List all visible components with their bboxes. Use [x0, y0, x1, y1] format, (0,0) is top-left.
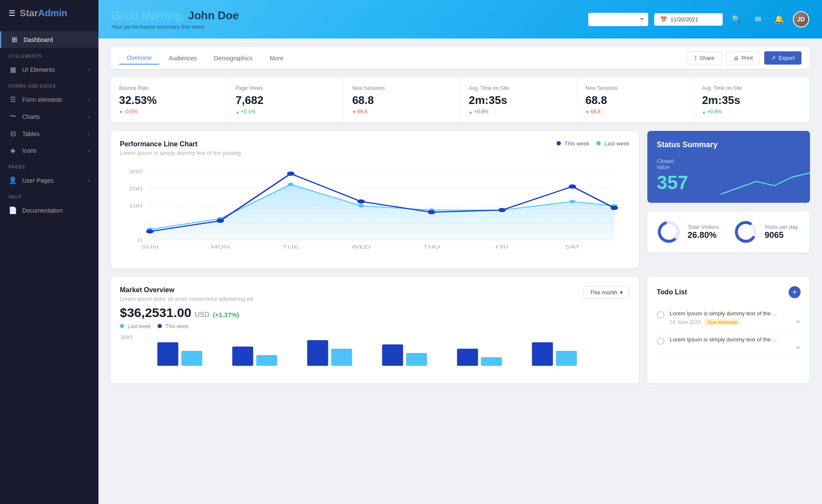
todo-checkbox[interactable]: [657, 337, 664, 345]
svg-rect-41: [232, 347, 253, 366]
svg-point-19: [217, 219, 224, 223]
svg-point-18: [146, 229, 154, 234]
flag-icon[interactable]: ⚑: [795, 345, 801, 351]
arrow-icon: ›: [88, 131, 90, 136]
sidebar-item-ui-elements[interactable]: ▦ UI Elements ›: [0, 61, 98, 78]
arrow-icon: ›: [88, 67, 90, 72]
flag-icon[interactable]: ⚑: [795, 319, 801, 326]
chart-title: Performance Line Chart: [120, 140, 241, 148]
period-dropdown[interactable]: This week This month: [588, 13, 648, 26]
charts-row: Performance Line Chart Lorem Ipsum is si…: [110, 131, 810, 268]
stat-label: New Sessions: [585, 85, 684, 91]
export-button[interactable]: ↗ Export: [764, 51, 801, 65]
sidebar-item-dashboard[interactable]: ⊞ Dashboard: [0, 31, 98, 48]
svg-point-21: [357, 199, 365, 204]
stat-label: New Sessions: [352, 85, 451, 91]
svg-rect-46: [406, 353, 427, 366]
todo-meta: ⚑: [670, 345, 801, 351]
main-content: Good Morning, John Doe Your performance …: [98, 0, 822, 504]
this-week-legend: This week: [557, 140, 590, 147]
market-subtitle: Lorem ipsum dolor sit amet consectetur a…: [120, 296, 253, 302]
market-title: Market Overview: [120, 286, 253, 294]
svg-point-13: [358, 204, 364, 208]
mail-button[interactable]: ✉: [750, 12, 765, 27]
sidebar-item-form-elements[interactable]: ☰ Form elements ›: [0, 91, 98, 108]
stat-change: -0.5%: [119, 109, 218, 115]
date-value: 11/20/2021: [670, 16, 698, 23]
sidebar-item-label: Tables: [22, 130, 39, 137]
stats-row: Bounce Rate 32.53% -0.5% Page Views 7,68…: [110, 77, 810, 122]
sidebar-item-tables[interactable]: ⊟ Tables ›: [0, 125, 98, 142]
total-visitors-item: Total Visitors 26.80%: [656, 219, 724, 245]
stat-value: 7,682: [235, 94, 334, 107]
arrow-icon: ›: [88, 148, 90, 153]
market-amount: $36,2531.00 USD (+1.37%): [120, 305, 239, 320]
sidebar-item-documentation[interactable]: 📄 Documentation: [0, 202, 98, 219]
chart-legend: This week Last week: [557, 140, 629, 147]
greeting-text: Good Morning, John Doe: [111, 9, 239, 22]
date-display: 📅 11/20/2021: [654, 13, 723, 26]
share-button[interactable]: ⤴ Share: [687, 51, 722, 65]
todo-text: Lorem Ipsum is simply dummy text of the …: [670, 310, 801, 317]
todo-meta: 24 June 2020 Due tomorrow ⚑: [670, 319, 801, 326]
month-filter-button[interactable]: This month ▾: [584, 286, 629, 299]
stat-label: Avg. Time on Site: [469, 85, 568, 91]
sidebar-item-charts[interactable]: 〜 Charts ›: [0, 108, 98, 125]
stat-label: Bounce Rate: [119, 85, 218, 91]
status-summary-card: Status Summary Closed Value 357: [647, 131, 810, 203]
sidebar-item-icons[interactable]: ◈ Icons ›: [0, 142, 98, 159]
arrow-icon: ›: [88, 97, 90, 102]
sidebar-item-label: Documentation: [22, 207, 63, 214]
svg-text:TUE: TUE: [283, 244, 299, 249]
visitors-card: Total Visitors 26.80% Visits per da: [647, 211, 810, 252]
hamburger-icon[interactable]: ☰: [9, 9, 15, 18]
stat-new-sessions-2: New Sessions 68.8 68.8: [577, 77, 693, 122]
market-header: Market Overview Lorem ipsum dolor sit am…: [120, 286, 629, 302]
month-filter-label: This month: [590, 289, 617, 296]
todo-title: Todo List: [657, 288, 687, 296]
doc-icon: 📄: [9, 206, 17, 214]
tab-audiences[interactable]: Audiences: [161, 52, 204, 65]
svg-point-20: [287, 172, 295, 176]
print-button[interactable]: 🖨 Print: [726, 51, 760, 65]
todo-add-button[interactable]: +: [789, 286, 801, 298]
form-icon: ☰: [9, 95, 17, 104]
this-week-dot: [158, 324, 162, 328]
print-label: Print: [742, 55, 753, 61]
tab-demographics[interactable]: Demographics: [206, 52, 260, 65]
last-week-legend: Last week: [120, 323, 151, 329]
stat-change: 68.8: [352, 109, 451, 115]
arrow-up-icon: [469, 109, 473, 115]
search-button[interactable]: 🔍: [729, 12, 744, 27]
notification-button[interactable]: 🔔: [771, 12, 787, 27]
performance-chart-card: Performance Line Chart Lorem Ipsum is si…: [110, 131, 639, 268]
todo-header: Todo List +: [657, 286, 801, 298]
this-week-legend: This week: [158, 323, 188, 329]
svg-rect-45: [382, 344, 403, 366]
tab-overview[interactable]: Overview: [119, 52, 159, 65]
market-change: (+1.37%): [213, 311, 239, 318]
svg-point-16: [569, 200, 575, 203]
todo-list-card: Todo List + Lorem Ipsum is simply dummy …: [647, 277, 810, 383]
stat-label: Page Views: [235, 85, 334, 91]
stat-value: 68.8: [585, 94, 684, 107]
status-title: Status Summary: [657, 140, 801, 149]
sidebar-item-user-pages[interactable]: 👤 User Pages ›: [0, 172, 98, 189]
arrow-down-icon: [352, 109, 356, 115]
arrow-down-icon: [119, 109, 123, 115]
tabs-actions: ⤴ Share 🖨 Print ↗ Export: [687, 51, 801, 65]
svg-rect-48: [481, 357, 502, 366]
status-sparkline: [721, 169, 810, 203]
svg-rect-40: [182, 351, 203, 366]
tabs-bar: Overview Audiences Demographics More ⤴ S…: [110, 47, 810, 69]
charts-icon: 〜: [9, 112, 17, 121]
svg-text:FRI: FRI: [495, 244, 509, 249]
todo-checkbox[interactable]: [657, 311, 664, 319]
sidebar: ☰ StarAdmin ⊞ Dashboard UI ELEMENTS ▦ UI…: [0, 0, 98, 504]
sidebar-item-label: Dashboard: [24, 36, 53, 43]
this-week-dot: [557, 141, 561, 145]
icons-icon: ◈: [9, 146, 17, 154]
avatar[interactable]: JD: [793, 11, 809, 27]
tab-more[interactable]: More: [262, 52, 291, 65]
svg-rect-49: [532, 342, 553, 366]
